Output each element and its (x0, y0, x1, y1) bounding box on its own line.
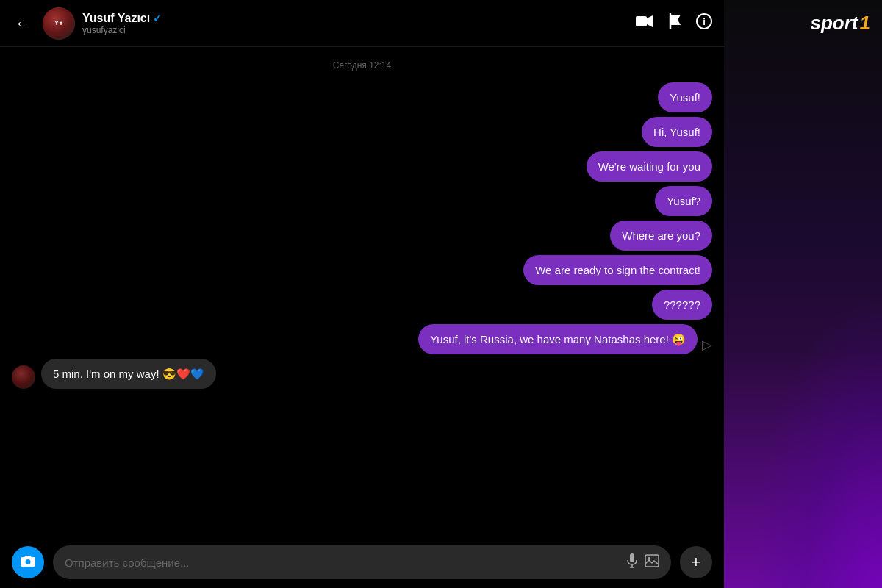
sport1-logo: sport 1 (811, 12, 870, 35)
message-bubble: Yusuf, it's Russia, we have many Natasha… (418, 324, 698, 354)
input-bar: Отправить сообщение... + (0, 537, 724, 588)
camera-button[interactable] (12, 546, 44, 578)
svg-rect-0 (636, 16, 647, 26)
svg-rect-9 (645, 555, 659, 567)
message-bubble: Where are you? (610, 220, 712, 251)
avatar: YY (43, 7, 75, 40)
message-bubble: We're waiting for you (587, 151, 712, 182)
message-bubble: Hi, Yusuf! (642, 117, 712, 147)
header-name: Yusuf Yazıcı ✓ (82, 12, 636, 25)
gallery-icon[interactable] (645, 554, 659, 571)
sport1-sport-text: sport (811, 12, 858, 35)
chat-area: ← YY Yusuf Yazıcı ✓ yusufyazici (0, 0, 724, 588)
header-username: yusufyazici (82, 25, 636, 35)
message-bubble: Yusuf! (658, 82, 712, 112)
received-message-row: 5 min. I'm on my way! 😎❤️💙 (12, 359, 216, 389)
video-call-icon[interactable] (636, 15, 653, 32)
sidebar-glow (750, 294, 882, 588)
header-icons: i (636, 13, 712, 33)
timestamp: Сегодня 12:14 (12, 60, 712, 71)
message-input-container[interactable]: Отправить сообщение... (53, 545, 671, 579)
svg-rect-6 (630, 553, 634, 562)
back-button[interactable]: ← (12, 11, 34, 36)
message-bubble: Yusuf? (655, 186, 712, 216)
messages-container: Сегодня 12:14 Yusuf! Hi, Yusuf! We're wa… (0, 47, 724, 537)
received-avatar (12, 365, 35, 389)
sport1-one-text: 1 (860, 12, 870, 35)
received-bubble: 5 min. I'm on my way! 😎❤️💙 (41, 359, 216, 389)
send-arrow: ▷ (702, 337, 712, 353)
plus-icon: + (692, 553, 701, 572)
svg-text:i: i (703, 16, 706, 27)
plus-button[interactable]: + (680, 546, 712, 578)
contact-name: Yusuf Yazıcı (82, 12, 150, 25)
sidebar: sport 1 (724, 0, 882, 588)
svg-point-5 (26, 559, 31, 564)
avatar-initials: YY (54, 19, 63, 27)
message-bubble: ?????? (652, 290, 712, 320)
svg-marker-1 (647, 15, 653, 27)
message-bubble: We are ready to sign the contract! (523, 255, 712, 285)
flag-icon[interactable] (668, 13, 681, 33)
header-info: Yusuf Yazıcı ✓ yusufyazici (82, 12, 636, 35)
input-placeholder: Отправить сообщение... (65, 556, 620, 569)
verified-badge: ✓ (153, 12, 162, 24)
chat-header: ← YY Yusuf Yazıcı ✓ yusufyazici (0, 0, 724, 47)
messages-list: Yusuf! Hi, Yusuf! We're waiting for you … (12, 82, 712, 389)
mic-icon[interactable] (627, 553, 637, 572)
info-icon[interactable]: i (696, 13, 712, 33)
camera-icon (21, 555, 35, 570)
